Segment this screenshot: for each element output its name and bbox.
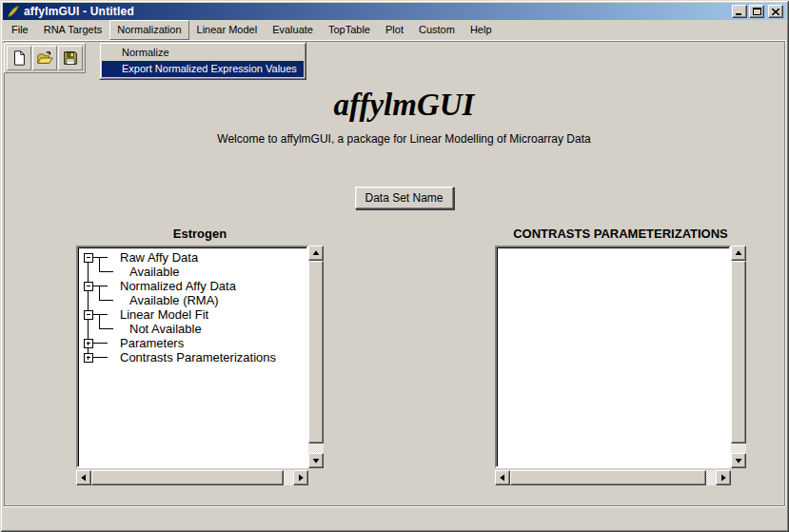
scroll-up-button[interactable] [731, 246, 746, 261]
menu-item-normalize[interactable]: Normalize [102, 45, 304, 61]
arrow-down-icon [735, 457, 742, 464]
estrogen-tree-listbox[interactable]: Raw Affy Data Available Normalized Affy … [76, 246, 308, 468]
toolbar [4, 43, 86, 73]
tree-item-not-available[interactable]: Not Available [129, 322, 202, 336]
welcome-text: Welcome to affylmGUI, a package for Line… [19, 132, 789, 146]
horizontal-scroll-thumb[interactable] [91, 470, 284, 485]
arrow-left-icon [80, 474, 88, 482]
minimize-icon [736, 9, 743, 15]
arrow-right-icon [297, 474, 305, 482]
right-panel-heading: CONTRASTS PARAMETERIZATIONS [495, 227, 746, 246]
horizontal-scroll-thumb[interactable] [510, 470, 706, 485]
tree-item-raw-affy-data[interactable]: Raw Affy Data [120, 250, 198, 265]
menu-normalization[interactable]: Normalization [109, 20, 188, 40]
close-button[interactable] [768, 5, 783, 18]
title-bar[interactable]: affylmGUI - Untitled [3, 3, 786, 20]
left-panel-heading: Estrogen [76, 227, 324, 246]
menu-bar: File RNA Targets Normalization Linear Mo… [3, 20, 786, 41]
window-title: affylmGUI - Untitled [24, 5, 732, 18]
tree-item-contrasts-parameterizations[interactable]: Contrasts Parameterizations [120, 350, 276, 365]
menu-custom[interactable]: Custom [411, 20, 463, 40]
tree-item-available[interactable]: Available [129, 265, 180, 279]
left-vertical-scrollbar[interactable] [308, 246, 324, 468]
tk-feather-icon [7, 5, 20, 18]
left-panel: Estrogen [76, 227, 324, 485]
arrow-up-icon [735, 249, 742, 257]
normalization-dropdown-menu: Normalize Export Normalized Expression V… [99, 42, 306, 80]
arrow-up-icon [312, 249, 320, 257]
open-file-button[interactable] [32, 46, 57, 70]
tree-item-parameters[interactable]: Parameters [120, 336, 184, 350]
scroll-left-button[interactable] [76, 470, 91, 485]
close-icon [772, 9, 779, 15]
tree-item-available-rma[interactable]: Available (RMA) [129, 293, 219, 307]
tree-item-linear-model-fit[interactable]: Linear Model Fit [120, 307, 208, 322]
new-file-icon [10, 49, 28, 67]
scroll-down-button[interactable] [731, 453, 746, 468]
vertical-scroll-thumb[interactable] [731, 261, 746, 443]
menu-rna-targets[interactable]: RNA Targets [36, 20, 110, 40]
new-file-button[interactable] [7, 46, 31, 70]
minimize-button[interactable] [732, 5, 747, 18]
arrow-right-icon [720, 474, 727, 482]
scroll-right-button[interactable] [716, 470, 731, 485]
right-vertical-scrollbar[interactable] [731, 246, 746, 468]
scroll-down-button[interactable] [308, 453, 324, 468]
data-set-name-button[interactable]: Data Set Name [355, 187, 454, 209]
menu-linear-model[interactable]: Linear Model [189, 20, 266, 40]
app-window: affylmGUI - Untitled File RNA Targets No… [0, 0, 789, 532]
menu-file[interactable]: File [4, 20, 36, 40]
arrow-left-icon [499, 474, 506, 482]
contrasts-parameterizations-listbox[interactable] [495, 246, 731, 468]
tree-item-normalized-affy-data[interactable]: Normalized Affy Data [120, 279, 236, 293]
scroll-up-button[interactable] [308, 246, 324, 261]
menu-plot[interactable]: Plot [378, 20, 411, 40]
app-title: affylmGUI [19, 88, 789, 123]
right-horizontal-scrollbar[interactable] [495, 470, 731, 485]
save-file-button[interactable] [58, 46, 83, 70]
right-panel: CONTRASTS PARAMETERIZATIONS [495, 227, 746, 485]
maximize-icon [753, 8, 761, 15]
menu-help[interactable]: Help [463, 20, 500, 40]
menu-toptable[interactable]: TopTable [321, 20, 378, 40]
maximize-button[interactable] [749, 5, 764, 18]
vertical-scroll-thumb[interactable] [308, 261, 324, 443]
menu-item-export-normalized-expression-values[interactable]: Export Normalized Expression Values [102, 61, 304, 77]
left-horizontal-scrollbar[interactable] [76, 470, 308, 485]
scroll-right-button[interactable] [293, 470, 308, 485]
arrow-down-icon [312, 457, 320, 464]
open-file-icon [36, 49, 53, 67]
menu-evaluate[interactable]: Evaluate [265, 20, 321, 40]
scroll-left-button[interactable] [495, 470, 510, 485]
save-file-icon [62, 49, 79, 67]
